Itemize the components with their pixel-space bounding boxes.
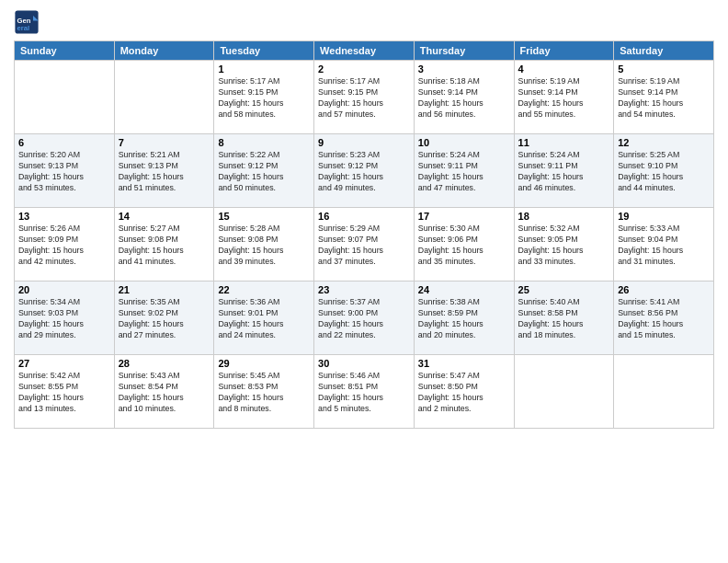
day-info: Sunrise: 5:41 AMSunset: 8:56 PMDaylight:…: [618, 297, 710, 341]
svg-text:eral: eral: [17, 24, 30, 32]
day-cell: 31Sunrise: 5:47 AMSunset: 8:50 PMDayligh…: [414, 355, 514, 429]
day-info: Sunrise: 5:46 AMSunset: 8:51 PMDaylight:…: [318, 371, 410, 415]
day-cell: [614, 355, 714, 429]
day-info: Sunrise: 5:29 AMSunset: 9:07 PMDaylight:…: [318, 224, 410, 268]
day-cell: 7Sunrise: 5:21 AMSunset: 9:13 PMDaylight…: [114, 134, 214, 208]
day-cell: 6Sunrise: 5:20 AMSunset: 9:13 PMDaylight…: [15, 134, 115, 208]
day-cell: 14Sunrise: 5:27 AMSunset: 9:08 PMDayligh…: [114, 208, 214, 282]
day-info: Sunrise: 5:24 AMSunset: 9:11 PMDaylight:…: [518, 150, 610, 194]
day-cell: 20Sunrise: 5:34 AMSunset: 9:03 PMDayligh…: [15, 282, 115, 355]
day-number: 23: [318, 284, 410, 295]
day-info: Sunrise: 5:32 AMSunset: 9:05 PMDaylight:…: [518, 224, 610, 268]
day-info: Sunrise: 5:28 AMSunset: 9:08 PMDaylight:…: [218, 224, 310, 268]
day-cell: 26Sunrise: 5:41 AMSunset: 8:56 PMDayligh…: [614, 282, 714, 355]
day-cell: 12Sunrise: 5:25 AMSunset: 9:10 PMDayligh…: [614, 134, 714, 208]
day-number: 19: [618, 211, 710, 222]
day-number: 21: [119, 284, 210, 295]
day-number: 20: [18, 284, 110, 295]
day-cell: 11Sunrise: 5:24 AMSunset: 9:11 PMDayligh…: [514, 134, 614, 208]
day-number: 22: [218, 284, 310, 295]
day-cell: 9Sunrise: 5:23 AMSunset: 9:12 PMDaylight…: [314, 134, 415, 208]
day-number: 3: [418, 63, 510, 75]
day-cell: 19Sunrise: 5:33 AMSunset: 9:04 PMDayligh…: [614, 208, 714, 282]
day-number: 8: [218, 137, 310, 148]
day-cell: 29Sunrise: 5:45 AMSunset: 8:53 PMDayligh…: [214, 355, 314, 429]
day-info: Sunrise: 5:19 AMSunset: 9:14 PMDaylight:…: [518, 76, 610, 121]
day-cell: 13Sunrise: 5:26 AMSunset: 9:09 PMDayligh…: [15, 208, 115, 282]
day-number: 2: [318, 63, 410, 75]
day-cell: 25Sunrise: 5:40 AMSunset: 8:58 PMDayligh…: [514, 282, 614, 355]
day-number: 28: [119, 358, 210, 369]
day-cell: 4Sunrise: 5:19 AMSunset: 9:14 PMDaylight…: [514, 61, 614, 134]
day-info: Sunrise: 5:36 AMSunset: 9:01 PMDaylight:…: [218, 297, 310, 341]
day-info: Sunrise: 5:27 AMSunset: 9:08 PMDaylight:…: [119, 224, 210, 268]
day-number: 11: [518, 137, 610, 148]
day-number: 10: [418, 137, 510, 148]
day-cell: 21Sunrise: 5:35 AMSunset: 9:02 PMDayligh…: [114, 282, 214, 355]
col-header-wednesday: Wednesday: [314, 41, 415, 61]
day-cell: 5Sunrise: 5:19 AMSunset: 9:14 PMDaylight…: [614, 61, 714, 134]
page-header: Gen eral: [14, 9, 714, 35]
day-info: Sunrise: 5:45 AMSunset: 8:53 PMDaylight:…: [218, 371, 310, 415]
week-row-1: 1Sunrise: 5:17 AMSunset: 9:15 PMDaylight…: [15, 61, 714, 134]
col-header-saturday: Saturday: [614, 41, 714, 61]
day-info: Sunrise: 5:20 AMSunset: 9:13 PMDaylight:…: [18, 150, 110, 194]
day-number: 18: [518, 211, 610, 222]
col-header-sunday: Sunday: [15, 41, 115, 61]
day-cell: 15Sunrise: 5:28 AMSunset: 9:08 PMDayligh…: [214, 208, 314, 282]
logo-icon: Gen eral: [14, 9, 40, 35]
day-info: Sunrise: 5:43 AMSunset: 8:54 PMDaylight:…: [119, 371, 210, 415]
week-row-3: 13Sunrise: 5:26 AMSunset: 9:09 PMDayligh…: [15, 208, 714, 282]
day-number: 24: [418, 284, 510, 295]
day-info: Sunrise: 5:30 AMSunset: 9:06 PMDaylight:…: [418, 224, 510, 268]
day-number: 5: [618, 63, 710, 75]
day-info: Sunrise: 5:40 AMSunset: 8:58 PMDaylight:…: [518, 297, 610, 341]
day-info: Sunrise: 5:35 AMSunset: 9:02 PMDaylight:…: [119, 297, 210, 341]
day-info: Sunrise: 5:26 AMSunset: 9:09 PMDaylight:…: [18, 224, 110, 268]
day-number: 14: [119, 211, 210, 222]
day-number: 13: [18, 211, 110, 222]
day-info: Sunrise: 5:19 AMSunset: 9:14 PMDaylight:…: [618, 76, 710, 121]
col-header-tuesday: Tuesday: [214, 41, 314, 61]
day-info: Sunrise: 5:17 AMSunset: 9:15 PMDaylight:…: [218, 76, 310, 121]
day-number: 31: [418, 358, 510, 369]
week-row-2: 6Sunrise: 5:20 AMSunset: 9:13 PMDaylight…: [15, 134, 714, 208]
day-info: Sunrise: 5:24 AMSunset: 9:11 PMDaylight:…: [418, 150, 510, 194]
day-info: Sunrise: 5:22 AMSunset: 9:12 PMDaylight:…: [218, 150, 310, 194]
day-info: Sunrise: 5:34 AMSunset: 9:03 PMDaylight:…: [18, 297, 110, 341]
day-cell: 23Sunrise: 5:37 AMSunset: 9:00 PMDayligh…: [314, 282, 415, 355]
day-number: 29: [218, 358, 310, 369]
calendar-header-row: SundayMondayTuesdayWednesdayThursdayFrid…: [15, 41, 714, 61]
day-number: 4: [518, 63, 610, 75]
day-info: Sunrise: 5:23 AMSunset: 9:12 PMDaylight:…: [318, 150, 410, 194]
day-number: 7: [119, 137, 210, 148]
day-info: Sunrise: 5:17 AMSunset: 9:15 PMDaylight:…: [318, 76, 410, 121]
day-number: 30: [318, 358, 410, 369]
day-number: 16: [318, 211, 410, 222]
day-info: Sunrise: 5:42 AMSunset: 8:55 PMDaylight:…: [18, 371, 110, 415]
day-number: 15: [218, 211, 310, 222]
logo: Gen eral: [14, 9, 41, 35]
day-number: 25: [518, 284, 610, 295]
day-cell: 30Sunrise: 5:46 AMSunset: 8:51 PMDayligh…: [314, 355, 415, 429]
day-number: 17: [418, 211, 510, 222]
day-info: Sunrise: 5:25 AMSunset: 9:10 PMDaylight:…: [618, 150, 710, 194]
day-number: 9: [318, 137, 410, 148]
day-info: Sunrise: 5:18 AMSunset: 9:14 PMDaylight:…: [418, 76, 510, 121]
day-number: 27: [18, 358, 110, 369]
day-cell: 8Sunrise: 5:22 AMSunset: 9:12 PMDaylight…: [214, 134, 314, 208]
day-cell: [15, 61, 115, 134]
day-number: 6: [18, 137, 110, 148]
day-cell: 27Sunrise: 5:42 AMSunset: 8:55 PMDayligh…: [15, 355, 115, 429]
day-info: Sunrise: 5:33 AMSunset: 9:04 PMDaylight:…: [618, 224, 710, 268]
day-cell: [514, 355, 614, 429]
day-cell: 18Sunrise: 5:32 AMSunset: 9:05 PMDayligh…: [514, 208, 614, 282]
day-cell: 17Sunrise: 5:30 AMSunset: 9:06 PMDayligh…: [414, 208, 514, 282]
col-header-friday: Friday: [514, 41, 614, 61]
day-cell: 22Sunrise: 5:36 AMSunset: 9:01 PMDayligh…: [214, 282, 314, 355]
day-cell: 24Sunrise: 5:38 AMSunset: 8:59 PMDayligh…: [414, 282, 514, 355]
day-cell: 10Sunrise: 5:24 AMSunset: 9:11 PMDayligh…: [414, 134, 514, 208]
day-cell: 28Sunrise: 5:43 AMSunset: 8:54 PMDayligh…: [114, 355, 214, 429]
day-cell: 1Sunrise: 5:17 AMSunset: 9:15 PMDaylight…: [214, 61, 314, 134]
day-info: Sunrise: 5:37 AMSunset: 9:00 PMDaylight:…: [318, 297, 410, 341]
